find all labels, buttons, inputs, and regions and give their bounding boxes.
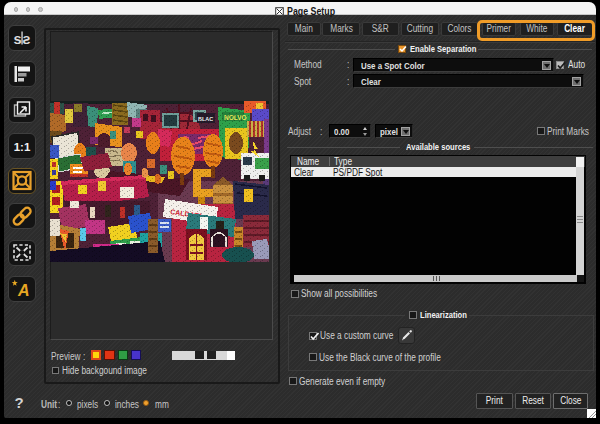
svg-text:s: s <box>22 31 30 47</box>
svg-text:1:1: 1:1 <box>14 141 31 153</box>
svg-text:A: A <box>17 282 30 299</box>
svg-text:s: s <box>14 31 22 47</box>
